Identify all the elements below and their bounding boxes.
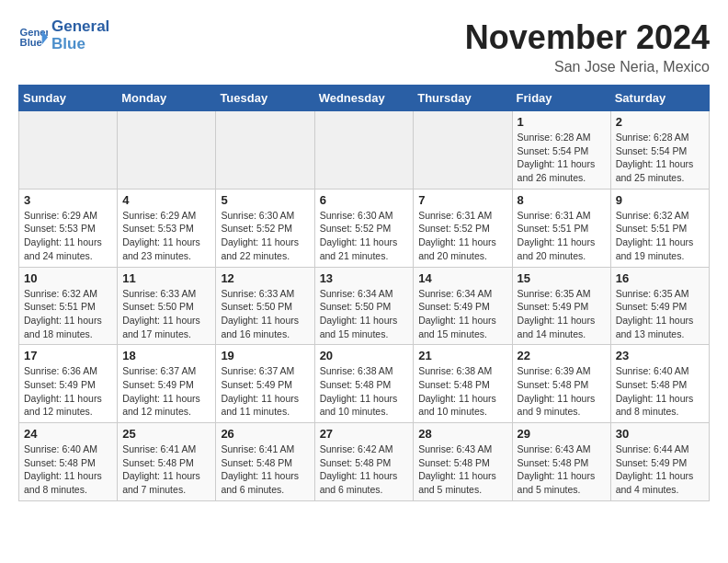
calendar-cell: 23Sunrise: 6:40 AM Sunset: 5:48 PM Dayli…: [610, 345, 709, 423]
day-number: 7: [418, 193, 506, 207]
logo-general: General: [51, 18, 109, 36]
calendar-cell: 7Sunrise: 6:31 AM Sunset: 5:52 PM Daylig…: [414, 189, 512, 267]
day-number: 24: [24, 427, 112, 441]
month-title: November 2024: [465, 18, 710, 57]
day-info: Sunrise: 6:31 AM Sunset: 5:51 PM Dayligh…: [518, 209, 606, 263]
day-number: 5: [221, 193, 309, 207]
calendar-table: SundayMondayTuesdayWednesdayThursdayFrid…: [18, 85, 710, 501]
logo-blue: Blue: [51, 36, 109, 53]
day-info: Sunrise: 6:30 AM Sunset: 5:52 PM Dayligh…: [221, 209, 309, 263]
calendar-cell: 15Sunrise: 6:35 AM Sunset: 5:49 PM Dayli…: [512, 267, 610, 345]
calendar-week-2: 3Sunrise: 6:29 AM Sunset: 5:53 PM Daylig…: [19, 189, 710, 267]
day-number: 15: [518, 271, 606, 285]
day-number: 26: [221, 427, 309, 441]
day-number: 9: [616, 193, 704, 207]
day-number: 6: [320, 193, 409, 207]
day-info: Sunrise: 6:40 AM Sunset: 5:48 PM Dayligh…: [24, 442, 112, 497]
day-number: 2: [616, 115, 704, 129]
calendar-cell: 11Sunrise: 6:33 AM Sunset: 5:50 PM Dayli…: [118, 267, 216, 345]
day-info: Sunrise: 6:40 AM Sunset: 5:48 PM Dayligh…: [616, 364, 704, 419]
title-block: November 2024 San Jose Neria, Mexico: [465, 18, 710, 75]
day-info: Sunrise: 6:38 AM Sunset: 5:48 PM Dayligh…: [418, 364, 506, 419]
day-info: Sunrise: 6:43 AM Sunset: 5:48 PM Dayligh…: [418, 442, 506, 497]
day-number: 8: [518, 193, 606, 207]
day-info: Sunrise: 6:29 AM Sunset: 5:53 PM Dayligh…: [24, 209, 112, 263]
day-info: Sunrise: 6:29 AM Sunset: 5:53 PM Dayligh…: [122, 209, 210, 263]
day-info: Sunrise: 6:32 AM Sunset: 5:51 PM Dayligh…: [616, 209, 704, 263]
day-number: 13: [320, 271, 409, 285]
day-number: 19: [221, 349, 309, 362]
calendar-cell: 19Sunrise: 6:37 AM Sunset: 5:49 PM Dayli…: [216, 345, 314, 423]
day-info: Sunrise: 6:34 AM Sunset: 5:49 PM Dayligh…: [418, 287, 506, 341]
day-number: 20: [320, 349, 409, 362]
day-number: 11: [122, 271, 210, 285]
calendar-cell: 5Sunrise: 6:30 AM Sunset: 5:52 PM Daylig…: [216, 189, 314, 267]
day-number: 17: [24, 349, 112, 362]
weekday-header-row: SundayMondayTuesdayWednesdayThursdayFrid…: [19, 86, 710, 111]
day-info: Sunrise: 6:35 AM Sunset: 5:49 PM Dayligh…: [518, 287, 606, 341]
day-number: 21: [418, 349, 506, 362]
day-number: 16: [616, 271, 704, 285]
location: San Jose Neria, Mexico: [465, 59, 710, 75]
calendar-week-3: 10Sunrise: 6:32 AM Sunset: 5:51 PM Dayli…: [19, 267, 710, 345]
calendar-cell: 29Sunrise: 6:43 AM Sunset: 5:48 PM Dayli…: [512, 423, 610, 501]
calendar-cell: 18Sunrise: 6:37 AM Sunset: 5:49 PM Dayli…: [118, 345, 216, 423]
day-info: Sunrise: 6:37 AM Sunset: 5:49 PM Dayligh…: [221, 364, 309, 419]
calendar-cell: 27Sunrise: 6:42 AM Sunset: 5:48 PM Dayli…: [314, 423, 414, 501]
day-info: Sunrise: 6:32 AM Sunset: 5:51 PM Dayligh…: [24, 287, 112, 341]
svg-text:Blue: Blue: [20, 37, 42, 48]
calendar-body: 1Sunrise: 6:28 AM Sunset: 5:54 PM Daylig…: [19, 111, 710, 501]
calendar-cell: 26Sunrise: 6:41 AM Sunset: 5:48 PM Dayli…: [216, 423, 314, 501]
calendar-cell: 13Sunrise: 6:34 AM Sunset: 5:50 PM Dayli…: [314, 267, 414, 345]
calendar-cell: [216, 111, 314, 190]
day-info: Sunrise: 6:28 AM Sunset: 5:54 PM Dayligh…: [616, 131, 704, 185]
day-info: Sunrise: 6:44 AM Sunset: 5:49 PM Dayligh…: [616, 442, 704, 497]
calendar-cell: 2Sunrise: 6:28 AM Sunset: 5:54 PM Daylig…: [610, 111, 709, 190]
calendar-cell: 1Sunrise: 6:28 AM Sunset: 5:54 PM Daylig…: [512, 111, 610, 190]
day-number: 30: [616, 427, 704, 441]
weekday-header-wednesday: Wednesday: [314, 86, 414, 111]
page-header: General Blue General Blue November 2024 …: [18, 18, 710, 75]
weekday-header-tuesday: Tuesday: [216, 86, 314, 111]
day-info: Sunrise: 6:43 AM Sunset: 5:48 PM Dayligh…: [518, 442, 606, 497]
day-number: 14: [418, 271, 506, 285]
day-number: 1: [518, 115, 606, 129]
calendar-week-5: 24Sunrise: 6:40 AM Sunset: 5:48 PM Dayli…: [19, 423, 710, 501]
day-info: Sunrise: 6:33 AM Sunset: 5:50 PM Dayligh…: [122, 287, 210, 341]
logo: General Blue General Blue: [18, 18, 109, 52]
calendar-cell: 6Sunrise: 6:30 AM Sunset: 5:52 PM Daylig…: [314, 189, 414, 267]
day-number: 18: [122, 349, 210, 362]
day-number: 10: [24, 271, 112, 285]
logo-icon: General Blue: [18, 21, 48, 51]
day-info: Sunrise: 6:42 AM Sunset: 5:48 PM Dayligh…: [320, 442, 409, 497]
day-number: 28: [418, 427, 506, 441]
day-info: Sunrise: 6:39 AM Sunset: 5:48 PM Dayligh…: [518, 364, 606, 419]
day-info: Sunrise: 6:41 AM Sunset: 5:48 PM Dayligh…: [221, 442, 309, 497]
calendar-cell: 4Sunrise: 6:29 AM Sunset: 5:53 PM Daylig…: [118, 189, 216, 267]
weekday-header-saturday: Saturday: [610, 86, 709, 111]
weekday-header-friday: Friday: [512, 86, 610, 111]
day-number: 4: [122, 193, 210, 207]
day-number: 22: [518, 349, 606, 362]
calendar-cell: 10Sunrise: 6:32 AM Sunset: 5:51 PM Dayli…: [19, 267, 118, 345]
day-info: Sunrise: 6:28 AM Sunset: 5:54 PM Dayligh…: [518, 131, 606, 185]
calendar-header: SundayMondayTuesdayWednesdayThursdayFrid…: [19, 86, 710, 111]
calendar-cell: 24Sunrise: 6:40 AM Sunset: 5:48 PM Dayli…: [19, 423, 118, 501]
day-info: Sunrise: 6:31 AM Sunset: 5:52 PM Dayligh…: [418, 209, 506, 263]
calendar-week-1: 1Sunrise: 6:28 AM Sunset: 5:54 PM Daylig…: [19, 111, 710, 190]
logo-text-block: General Blue: [51, 18, 109, 52]
weekday-header-monday: Monday: [118, 86, 216, 111]
day-info: Sunrise: 6:37 AM Sunset: 5:49 PM Dayligh…: [122, 364, 210, 419]
calendar-week-4: 17Sunrise: 6:36 AM Sunset: 5:49 PM Dayli…: [19, 345, 710, 423]
weekday-header-thursday: Thursday: [414, 86, 512, 111]
calendar-cell: 14Sunrise: 6:34 AM Sunset: 5:49 PM Dayli…: [414, 267, 512, 345]
calendar-cell: 12Sunrise: 6:33 AM Sunset: 5:50 PM Dayli…: [216, 267, 314, 345]
calendar-cell: 28Sunrise: 6:43 AM Sunset: 5:48 PM Dayli…: [414, 423, 512, 501]
calendar-cell: [414, 111, 512, 190]
calendar-cell: 3Sunrise: 6:29 AM Sunset: 5:53 PM Daylig…: [19, 189, 118, 267]
calendar-cell: 25Sunrise: 6:41 AM Sunset: 5:48 PM Dayli…: [118, 423, 216, 501]
calendar-cell: [314, 111, 414, 190]
day-number: 23: [616, 349, 704, 362]
day-number: 27: [320, 427, 409, 441]
day-info: Sunrise: 6:30 AM Sunset: 5:52 PM Dayligh…: [320, 209, 409, 263]
